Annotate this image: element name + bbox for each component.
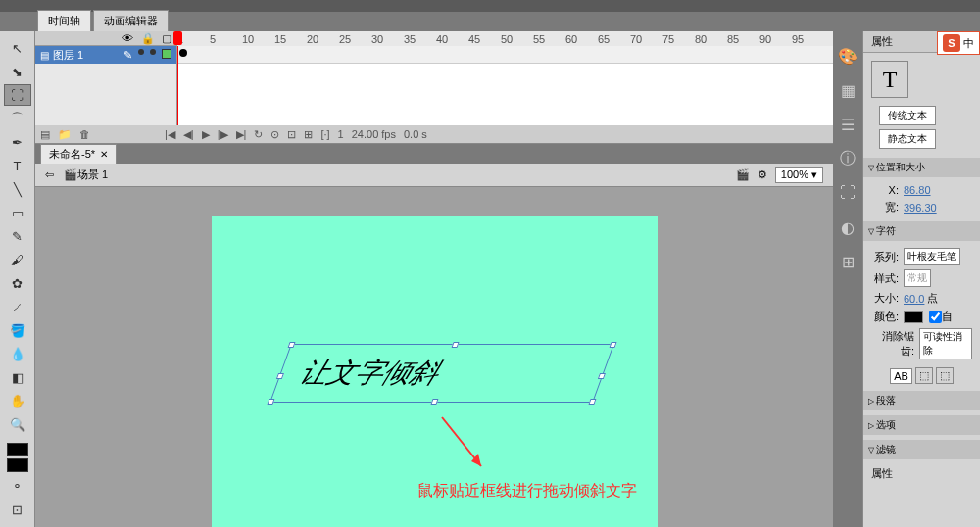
keyframe[interactable] (179, 49, 187, 57)
handle-tc[interactable] (451, 342, 459, 348)
width-value[interactable]: 396.30 (904, 202, 937, 214)
lock-dot[interactable] (150, 49, 156, 55)
ruler-tick: 30 (371, 33, 383, 45)
handle-tl[interactable] (287, 342, 295, 348)
text-tool-icon[interactable]: T (4, 155, 31, 176)
handle-bl[interactable] (267, 399, 274, 405)
onion-outline-icon[interactable]: ⊡ (287, 128, 296, 141)
deco-tool-icon[interactable]: ✿ (4, 272, 31, 294)
transform-panel-icon[interactable]: ⛶ (838, 183, 858, 203)
style-label: 样式: (871, 271, 899, 286)
lock-icon[interactable]: 🔒 (141, 32, 153, 45)
loop-icon[interactable]: ↻ (254, 128, 263, 141)
free-transform-tool-icon[interactable]: ⛶ (4, 84, 31, 106)
static-text-select[interactable]: 静态文本 (879, 129, 936, 149)
new-layer-icon[interactable]: ▤ (40, 128, 50, 141)
vis-dot[interactable] (138, 49, 144, 55)
align-panel-icon[interactable]: ▦ (838, 80, 858, 100)
zoom-select[interactable]: 100% ▾ (775, 167, 823, 183)
step-fwd-icon[interactable]: |▶ (218, 128, 228, 141)
outline-sq[interactable] (162, 49, 172, 59)
font-style-select[interactable]: 常规 (904, 269, 931, 287)
section-options[interactable]: 选项 (863, 415, 980, 435)
brush-tool-icon[interactable]: 🖌 (4, 249, 31, 270)
subselection-tool-icon[interactable]: ⬊ (4, 61, 31, 82)
stage-wrap[interactable]: 让文字倾斜 鼠标贴近框线进行拖动倾斜文字 (35, 187, 833, 527)
section-paragraph[interactable]: 段落 (863, 391, 980, 410)
onion-skin-icon[interactable]: ⊙ (270, 128, 279, 141)
text-transform-box[interactable]: 让文字倾斜 (270, 344, 614, 403)
info-panel-icon[interactable]: ⓘ (838, 149, 858, 168)
rectangle-tool-icon[interactable]: ▭ (4, 202, 31, 223)
edit-multi-icon[interactable]: ⊞ (304, 128, 313, 141)
lasso-tool-icon[interactable]: ⌒ (4, 108, 31, 129)
library-panel-icon[interactable]: ☰ (838, 115, 858, 134)
x-value[interactable]: 86.80 (904, 184, 931, 196)
text-color-swatch[interactable] (904, 311, 923, 323)
handle-tr[interactable] (609, 342, 616, 348)
line-tool-icon[interactable]: ╲ (4, 178, 31, 200)
size-unit: 点 (927, 291, 938, 306)
handle-bc[interactable] (430, 399, 438, 405)
size-value[interactable]: 60.0 (904, 293, 924, 305)
delete-layer-icon[interactable]: 🗑 (79, 128, 90, 140)
goto-first-icon[interactable]: |◀ (165, 128, 175, 141)
close-icon[interactable]: ✕ (100, 149, 108, 160)
superscript-icon[interactable]: ⬚ (915, 367, 933, 384)
zoom-tool-icon[interactable]: 🔍 (4, 413, 31, 435)
visibility-icon[interactable]: 👁 (122, 32, 133, 45)
bone-tool-icon[interactable]: ⟋ (4, 296, 31, 317)
fill-color-swatch[interactable] (7, 458, 28, 472)
pencil-icon[interactable]: ✎ (123, 49, 132, 62)
timeline-ruler[interactable]: 15101520253035404550556065707580859095 (177, 31, 833, 46)
swatches-panel-icon[interactable]: 🎨 (838, 46, 858, 66)
tab-anim-editor[interactable]: 动画编辑器 (93, 10, 169, 31)
pen-tool-icon[interactable]: ✒ (4, 131, 31, 153)
goto-last-icon[interactable]: ▶| (236, 128, 247, 141)
onion-markers-icon[interactable]: [·] (320, 128, 329, 140)
eraser-tool-icon[interactable]: ◧ (4, 366, 31, 388)
tab-timeline[interactable]: 时间轴 (37, 10, 91, 31)
input-method-badge[interactable]: S 中 (937, 31, 980, 55)
handle-mr[interactable] (597, 373, 605, 379)
handle-br[interactable] (588, 399, 596, 405)
step-back-icon[interactable]: ◀| (183, 128, 194, 141)
stroke-color-swatch[interactable] (7, 443, 28, 456)
components-panel-icon[interactable]: ⊞ (838, 252, 858, 271)
properties-panel: 属性 T 传统文本 静态文本 位置和大小 X: 86.80 宽: 396.30 … (862, 31, 980, 527)
timeline-panel: 👁 🔒 ▢ 1510152025303540455055606570758085… (35, 31, 833, 144)
handle-ml[interactable] (275, 373, 283, 379)
ruler-tick: 45 (468, 33, 480, 45)
document-tab[interactable]: 未命名-5* ✕ (40, 144, 117, 164)
section-filter[interactable]: 滤镜 (863, 440, 980, 459)
selection-tool-icon[interactable]: ↖ (4, 37, 31, 59)
frames-area[interactable] (177, 46, 833, 125)
outline-icon[interactable]: ▢ (161, 32, 172, 45)
stage[interactable]: 让文字倾斜 鼠标贴近框线进行拖动倾斜文字 (212, 216, 658, 527)
option-icon[interactable]: ⊡ (4, 499, 31, 520)
snap-icon[interactable]: ⚬ (4, 475, 31, 497)
classic-text-select[interactable]: 传统文本 (879, 106, 936, 125)
subscript-icon[interactable]: ⬚ (936, 367, 954, 384)
selectable-icon[interactable]: AB (890, 368, 912, 384)
pencil-tool-icon[interactable]: ✎ (4, 225, 31, 247)
stage-text[interactable]: 让文字倾斜 (294, 355, 445, 392)
frame-track[interactable] (177, 46, 833, 64)
back-icon[interactable]: ⇦ (45, 168, 54, 181)
color-panel-icon[interactable]: ◐ (838, 217, 858, 237)
eyedropper-tool-icon[interactable]: 💧 (4, 343, 31, 364)
section-position-size[interactable]: 位置和大小 (863, 158, 980, 177)
paint-bucket-tool-icon[interactable]: 🪣 (4, 319, 31, 341)
font-family-select[interactable]: 叶根友毛笔 (904, 248, 960, 265)
edit-symbol-icon[interactable]: ⚙ (758, 168, 767, 181)
hand-tool-icon[interactable]: ✋ (4, 390, 31, 411)
auto-kern-checkbox[interactable] (929, 311, 942, 323)
edit-scene-icon[interactable]: 🎬 (736, 168, 750, 181)
section-character[interactable]: 字符 (863, 221, 980, 241)
new-folder-icon[interactable]: 📁 (58, 128, 72, 141)
layer-row[interactable]: ▤ 图层 1 ✎ (35, 46, 176, 64)
antialias-select[interactable]: 可读性消除 (919, 328, 972, 359)
playhead[interactable] (177, 46, 178, 125)
input-lang: 中 (963, 36, 974, 51)
play-icon[interactable]: ▶ (202, 128, 210, 141)
